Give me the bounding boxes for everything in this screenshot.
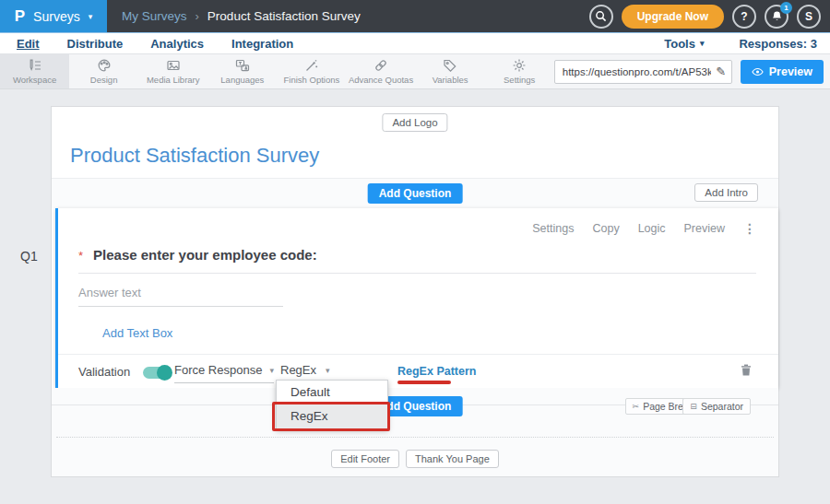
menu-option-regex[interactable]: RegEx xyxy=(277,404,387,428)
dotted-divider xyxy=(56,437,774,438)
chevron-down-icon: ▾ xyxy=(89,12,93,21)
top-bar: P Surveys ▾ My Surveys › Product Satisfa… xyxy=(0,0,830,32)
question-more-menu-icon[interactable]: ⋮ xyxy=(743,221,756,236)
force-response-label: Force Response xyxy=(174,363,262,377)
scissors-icon: ✂ xyxy=(633,402,640,411)
footer-buttons: Edit Footer Thank You Page xyxy=(52,450,778,468)
notifications-button[interactable]: 1 xyxy=(765,5,788,29)
search-button[interactable] xyxy=(589,5,613,29)
tab-edit[interactable]: Edit xyxy=(17,37,40,51)
tab-analytics[interactable]: Analytics xyxy=(150,37,204,51)
help-button[interactable]: ? xyxy=(732,5,756,29)
breadcrumb: My Surveys › Product Satisfaction Survey xyxy=(122,9,361,23)
magic-wand-icon xyxy=(304,58,319,73)
question-actions: Settings Copy Logic Preview ⋮ xyxy=(532,221,756,236)
questionpro-logo: P xyxy=(15,7,25,26)
question-copy-link[interactable]: Copy xyxy=(592,222,619,235)
nav-right: Tools ▾ Responses: 3 xyxy=(664,37,817,51)
account-avatar[interactable]: S xyxy=(797,5,821,29)
help-icon: ? xyxy=(741,10,747,23)
tab-distribute[interactable]: Distribute xyxy=(67,37,124,51)
edit-footer-button[interactable]: Edit Footer xyxy=(331,450,399,468)
tag-icon xyxy=(443,58,457,73)
thank-you-page-button[interactable]: Thank You Page xyxy=(406,450,499,468)
survey-title[interactable]: Product Satisfaction Survey xyxy=(70,144,319,168)
tab-integration[interactable]: Integration xyxy=(231,37,293,51)
chevron-down-icon: ▾ xyxy=(269,366,274,375)
breadcrumb-current-survey: Product Satisfaction Survey xyxy=(208,9,361,23)
toolbar-item-design[interactable]: Design xyxy=(69,54,138,88)
topbar-actions: Upgrade Now ? 1 S xyxy=(589,5,830,29)
chevron-down-icon: ▾ xyxy=(326,366,330,375)
separator-button[interactable]: ⊟ Separator xyxy=(682,398,751,415)
toolbar-item-settings[interactable]: Settings xyxy=(485,54,554,88)
required-marker: * xyxy=(78,249,83,263)
tools-label: Tools xyxy=(664,37,695,51)
toolbar-item-variables[interactable]: Variables xyxy=(416,54,485,88)
question-logic-link[interactable]: Logic xyxy=(638,222,666,235)
toolbar-item-media-library[interactable]: Media Library xyxy=(138,54,208,88)
notification-badge: 1 xyxy=(780,2,792,14)
search-icon xyxy=(595,10,607,22)
add-intro-button[interactable]: Add Intro xyxy=(694,183,758,202)
separator-icon: ⊟ xyxy=(690,402,697,411)
menu-option-default[interactable]: Default xyxy=(277,381,387,404)
add-text-box-link[interactable]: Add Text Box xyxy=(102,326,172,340)
question-code: Q1 xyxy=(20,249,38,264)
chain-links-icon xyxy=(374,58,388,73)
responses-count[interactable]: Responses: 3 xyxy=(739,37,817,51)
eye-icon xyxy=(752,67,764,76)
answer-text-input[interactable]: Answer text xyxy=(78,286,283,307)
image-icon xyxy=(166,58,181,73)
tools-menu[interactable]: Tools ▾ xyxy=(664,37,704,51)
survey-canvas: Add Logo Product Satisfaction Survey Add… xyxy=(51,106,779,477)
card-bottom-strip: Add Question ✂ Page Break ⊟ Separator Ed… xyxy=(52,388,778,476)
regex-pattern-link[interactable]: RegEx Pattern xyxy=(397,365,476,378)
palette-icon xyxy=(97,58,112,73)
gear-icon xyxy=(512,58,527,73)
validation-label: Validation xyxy=(78,365,130,379)
validation-toggle[interactable] xyxy=(143,367,171,379)
translate-icon xyxy=(235,58,250,73)
section-nav: Edit Distribute Analytics Integration To… xyxy=(0,32,830,54)
validation-row: Validation Force Response ▾ RegEx ▾ RegE… xyxy=(58,354,778,388)
product-switcher-label: Surveys xyxy=(33,9,80,24)
question-text[interactable]: Please enter your employee code: xyxy=(93,247,317,263)
toolbar-item-workspace[interactable]: Workspace xyxy=(0,54,69,88)
validation-type-label: RegEx xyxy=(280,363,316,377)
workspace-icon xyxy=(28,58,42,73)
editor-toolbar: Workspace Design Media Library Languages… xyxy=(0,54,830,89)
regex-pattern-annotation-underline xyxy=(397,381,451,384)
avatar-initial: S xyxy=(805,10,812,23)
question-preview-link[interactable]: Preview xyxy=(684,222,725,235)
toolbar-item-languages[interactable]: Languages xyxy=(208,54,277,88)
product-switcher-button[interactable]: P Surveys ▾ xyxy=(0,0,107,32)
question-text-row: * Please enter your employee code: xyxy=(78,247,317,263)
preview-label: Preview xyxy=(769,65,812,78)
force-response-dropdown[interactable]: Force Response ▾ xyxy=(174,363,274,383)
validation-type-dropdown[interactable]: RegEx ▾ xyxy=(280,363,330,377)
question-text-underline xyxy=(78,273,756,274)
toggle-knob xyxy=(157,365,172,381)
delete-question-button[interactable] xyxy=(740,363,753,381)
upgrade-now-button[interactable]: Upgrade Now xyxy=(622,5,724,29)
question-block: Settings Copy Logic Preview ⋮ * Please e… xyxy=(55,208,778,388)
bell-icon xyxy=(771,10,783,22)
add-question-button-top[interactable]: Add Question xyxy=(368,183,463,204)
survey-url-field[interactable]: https://questionpro.com/t/AP53kZgUI ✎ xyxy=(554,60,732,84)
toolbar-item-finish-options[interactable]: Finish Options xyxy=(277,54,346,88)
chevron-down-icon: ▾ xyxy=(700,39,705,48)
add-question-strip: Add Question Add Intro xyxy=(52,178,778,208)
add-logo-button[interactable]: Add Logo xyxy=(382,113,447,132)
breadcrumb-my-surveys[interactable]: My Surveys xyxy=(122,9,187,23)
validation-type-menu: Default RegEx xyxy=(276,380,388,429)
survey-url-value[interactable]: https://questionpro.com/t/AP53kZgUI xyxy=(555,66,711,77)
question-settings-link[interactable]: Settings xyxy=(532,222,574,235)
edit-url-icon[interactable]: ✎ xyxy=(711,64,731,78)
preview-button[interactable]: Preview xyxy=(741,60,824,84)
trash-icon xyxy=(740,363,753,377)
toolbar-right: https://questionpro.com/t/AP53kZgUI ✎ Pr… xyxy=(554,54,830,88)
breadcrumb-separator-icon: › xyxy=(196,9,199,23)
toolbar-item-advance-quotas[interactable]: Advance Quotas xyxy=(346,54,415,88)
